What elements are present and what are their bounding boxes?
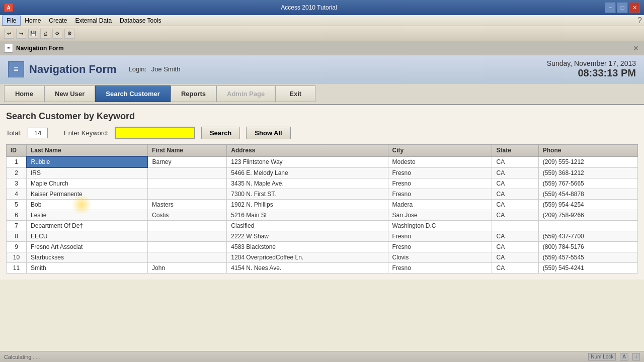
table-row[interactable]: 1RubbleBarney123 Flintstone WayModestoCA…: [7, 156, 638, 167]
cell-city: Modesto: [388, 156, 492, 167]
nav-admin-page-button[interactable]: Admin Page: [216, 85, 275, 102]
caps-lock-indicator: A: [620, 353, 628, 360]
table-row[interactable]: 3Maple Church3435 N. Maple Ave.FresnoCA(…: [7, 178, 638, 189]
cell-address: 123 Flintstone Way: [227, 156, 388, 167]
menu-home[interactable]: Home: [21, 16, 45, 25]
nav-exit-button[interactable]: Exit: [275, 85, 315, 102]
cell-address: 1204 OverpricedCoffee Ln.: [227, 252, 388, 263]
col-phone: Phone: [538, 145, 637, 157]
cell-phone: (559) 954-4254: [538, 200, 637, 210]
app-header-time: 08:33:13 PM: [547, 67, 636, 79]
cell-first-name: Masters: [147, 200, 226, 210]
data-table: ID Last Name First Name Address City Sta…: [6, 144, 638, 274]
num-lock-indicator: Num Lock: [588, 353, 616, 360]
help-icon[interactable]: ?: [637, 16, 642, 25]
minimize-button[interactable]: −: [605, 2, 616, 13]
cell-address: 4583 Blackstone: [227, 242, 388, 252]
cell-id: 1: [7, 156, 27, 167]
cell-id: 3: [7, 178, 27, 189]
search-title: Search Customer by Keyword: [6, 111, 638, 122]
app-header-datetime: Sunday, November 17, 2013 08:33:13 PM: [547, 59, 636, 79]
cell-id: 11: [7, 263, 27, 274]
cell-state: CA: [492, 189, 538, 200]
col-last-name: Last Name: [27, 145, 148, 157]
show-all-button[interactable]: Show All: [246, 127, 290, 139]
table-row[interactable]: 6LeslieCostis5216 Main StSan JoseCA(209)…: [7, 210, 638, 221]
cell-phone: (800) 784-5176: [538, 242, 637, 252]
cell-state: CA: [492, 231, 538, 242]
nav-tab-close-button[interactable]: ✕: [632, 44, 640, 52]
cell-phone: (559) 457-5545: [538, 252, 637, 263]
status-right: Num Lock A ↕: [588, 353, 640, 360]
cell-id: 5: [7, 200, 27, 210]
settings-button[interactable]: ⚙: [64, 29, 74, 39]
cell-id: 6: [7, 210, 27, 221]
col-id: ID: [7, 145, 27, 157]
col-state: State: [492, 145, 538, 157]
keyword-input[interactable]: [115, 127, 195, 139]
cell-phone: (559) 437-7700: [538, 231, 637, 242]
table-row[interactable]: 7Department Of De†ClasifiedWashington D.…: [7, 221, 638, 231]
menu-file[interactable]: File: [2, 16, 21, 26]
status-calculating: Calculating . . .: [4, 354, 41, 360]
nav-reports-button[interactable]: Reports: [171, 85, 216, 102]
title-bar-controls: − □ ✕: [605, 2, 640, 13]
cell-last-name: Fresno Art Associat: [27, 242, 148, 252]
menu-external-data[interactable]: External Data: [71, 16, 116, 25]
cell-phone: (209) 555-1212: [538, 156, 637, 167]
cell-phone: (559) 767-5665: [538, 178, 637, 189]
table-row[interactable]: 9Fresno Art Associat4583 BlackstoneFresn…: [7, 242, 638, 252]
cell-state: CA: [492, 156, 538, 167]
col-address: Address: [227, 145, 388, 157]
redo-button[interactable]: ↪: [16, 29, 26, 39]
cell-first-name: John: [147, 263, 226, 274]
login-label: Login:: [129, 65, 146, 73]
cell-phone: (559) 454-8878: [538, 189, 637, 200]
menu-bar: File Home Create External Data Database …: [0, 15, 644, 26]
nav-tab-label: Navigation Form: [16, 45, 64, 52]
cell-city: Fresno: [388, 263, 492, 274]
nav-home-button[interactable]: Home: [4, 85, 44, 102]
app-icon: A: [4, 3, 13, 12]
app-header-date: Sunday, November 17, 2013: [547, 59, 636, 67]
cell-first-name: [147, 178, 226, 189]
cell-last-name: Starbuckses: [27, 252, 148, 263]
cell-last-name: Maple Church: [27, 178, 148, 189]
title-bar: A Access 2010 Tutorial − □ ✕: [0, 0, 644, 15]
table-row[interactable]: 4Kaiser Permanente7300 N. First ST.Fresn…: [7, 189, 638, 200]
cell-last-name: Kaiser Permanente: [27, 189, 148, 200]
table-row[interactable]: 8EECU2222 W ShawFresnoCA(559) 437-7700: [7, 231, 638, 242]
refresh-button[interactable]: ⟳: [52, 29, 62, 39]
menu-create[interactable]: Create: [45, 16, 71, 25]
nav-new-user-button[interactable]: New User: [44, 85, 95, 102]
cell-first-name: [147, 231, 226, 242]
app-header: ≡ Navigation Form Login: Joe Smith Sunda…: [0, 55, 644, 83]
nav-buttons: Home New User Search Customer Reports Ad…: [0, 83, 644, 105]
cell-first-name: Barney: [147, 156, 226, 167]
title-bar-title: Access 2010 Tutorial: [13, 4, 605, 11]
save-button[interactable]: 💾: [28, 29, 38, 39]
table-container[interactable]: ID Last Name First Name Address City Sta…: [6, 144, 638, 274]
close-button[interactable]: ✕: [629, 2, 640, 13]
cell-last-name: Department Of De†: [27, 221, 148, 231]
cell-address: 3435 N. Maple Ave.: [227, 178, 388, 189]
undo-button[interactable]: ↩: [4, 29, 14, 39]
cell-city: Washington D.C: [388, 221, 492, 231]
table-row[interactable]: 2IRS5466 E. Melody LaneFresnoCA(559) 368…: [7, 167, 638, 178]
maximize-button[interactable]: □: [617, 2, 628, 13]
cell-city: San Jose: [388, 210, 492, 221]
cell-first-name: [147, 167, 226, 178]
print-button[interactable]: 🖨: [40, 29, 50, 39]
table-row[interactable]: 11SmithJohn4154 N. Nees Ave.FresnoCA(559…: [7, 263, 638, 274]
table-row[interactable]: 10Starbuckses1204 OverpricedCoffee Ln.Cl…: [7, 252, 638, 263]
cell-state: CA: [492, 200, 538, 210]
nav-search-customer-button[interactable]: Search Customer: [95, 85, 171, 102]
search-button[interactable]: Search: [201, 127, 240, 139]
cell-address: 4154 N. Nees Ave.: [227, 263, 388, 274]
menu-database-tools[interactable]: Database Tools: [116, 16, 166, 25]
content-area: Search Customer by Keyword Total: 14 Ent…: [0, 105, 644, 280]
table-row[interactable]: 5BobMasters1902 N. PhillipsMaderaCA(559)…: [7, 200, 638, 210]
app-header-icon: ≡: [8, 61, 24, 77]
cell-id: 4: [7, 189, 27, 200]
cell-address: 5466 E. Melody Lane: [227, 167, 388, 178]
